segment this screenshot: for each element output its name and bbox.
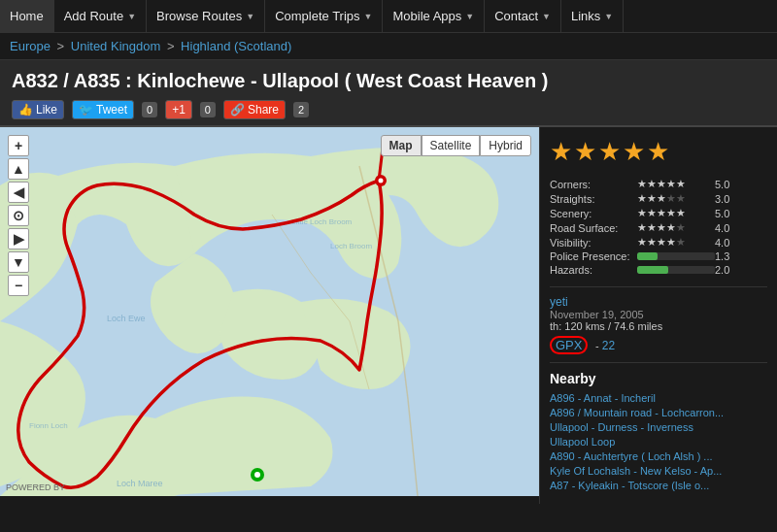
pan-left-button[interactable]: ◀ [8, 182, 29, 203]
pan-right-button[interactable]: ▶ [8, 228, 29, 249]
map-type-map[interactable]: Map [381, 135, 422, 156]
star-2: ★ [574, 137, 596, 167]
share-button[interactable]: 🔗 Share [223, 100, 286, 119]
main-content: Loch Ewe Fionn Loch Loch Maree Little Lo… [0, 127, 777, 504]
rating-police: Police Presence: 1.3 [550, 249, 767, 263]
zoom-in-button[interactable]: + [8, 135, 29, 156]
rating-hazards: Hazards: 2.0 [550, 263, 767, 277]
star-3: ★ [598, 137, 621, 167]
share-count: 2 [293, 102, 309, 117]
rating-scenery: Scenery: ★★★★★ 5.0 [550, 206, 767, 220]
nav-complete-trips-label: Complete Trips [275, 9, 359, 23]
map-type-buttons: Map Satellite Hybrid [381, 135, 531, 156]
nav-add-route[interactable]: Add Route ▼ [54, 0, 147, 32]
gplus-button[interactable]: +1 [165, 100, 192, 119]
nearby-link-4[interactable]: Ullapool Loop [550, 436, 767, 448]
gplus-count: 0 [200, 102, 216, 117]
svg-point-7 [254, 472, 260, 478]
breadcrumb-europe[interactable]: Europe [10, 39, 51, 53]
nearby-link-2[interactable]: A896 / Mountain road - Lochcarron... [550, 407, 767, 418]
nav-contact[interactable]: Contact ▼ [485, 0, 561, 32]
nearby-link-1[interactable]: A896 - Annat - Incheril [550, 392, 767, 404]
page-title: A832 / A835 : Kinlochewe - Ullapool ( We… [12, 70, 765, 92]
nearby-link-5[interactable]: A890 - Auchtertyre ( Loch Alsh ) ... [550, 450, 767, 462]
nearby-section: Nearby A896 - Annat - Incheril A896 / Mo… [550, 362, 767, 491]
nav-contact-label: Contact [494, 9, 538, 23]
svg-point-9 [379, 179, 384, 183]
breadcrumb-uk[interactable]: United Kingdom [71, 39, 161, 53]
chevron-down-icon: ▼ [465, 12, 474, 21]
nav-mobile-apps-label: Mobile Apps [392, 9, 461, 23]
nav-complete-trips[interactable]: Complete Trips ▼ [265, 0, 383, 32]
like-button[interactable]: 👍 Like [12, 100, 64, 119]
star-1: ★ [550, 137, 572, 167]
rating-corners: Corners: ★★★★★ 5.0 [550, 177, 767, 191]
overall-stars: ★ ★ ★ ★ ★ [550, 137, 767, 167]
ratings-table: Corners: ★★★★★ 5.0 Straights: ★★★★★ 3.0 … [550, 177, 767, 277]
social-bar: 👍 Like 🐦 Tweet 0 +1 0 🔗 Share 2 [12, 100, 765, 119]
nav-browse-routes[interactable]: Browse Routes ▼ [147, 0, 265, 32]
nearby-link-7[interactable]: A87 - Kyleakin - Totscore (Isle o... [550, 480, 767, 491]
nav-add-route-label: Add Route [64, 9, 123, 23]
svg-text:Fionn Loch: Fionn Loch [29, 421, 68, 430]
nearby-link-6[interactable]: Kyle Of Lochalsh - New Kelso - Ap... [550, 465, 767, 477]
breadcrumb-highland[interactable]: Highland (Scotland) [181, 39, 291, 53]
chevron-down-icon: ▼ [127, 12, 136, 21]
twitter-icon: 🐦 [79, 103, 93, 116]
map-controls: + ▲ ◀ ⊙ ▶ ▼ − [8, 135, 29, 296]
powered-by-label: POWERED BY [6, 482, 65, 492]
breadcrumb: Europe > United Kingdom > Highland (Scot… [0, 33, 777, 60]
svg-text:Loch Maree: Loch Maree [117, 479, 163, 488]
like-icon: 👍 [18, 103, 33, 116]
chevron-down-icon: ▼ [604, 12, 613, 21]
date-info: November 19, 2005 [550, 309, 767, 320]
map-type-satellite[interactable]: Satellite [422, 135, 481, 156]
chevron-down-icon: ▼ [246, 12, 254, 21]
pan-down-button[interactable]: ▼ [8, 251, 29, 273]
nav-mobile-apps[interactable]: Mobile Apps ▼ [383, 0, 485, 32]
rating-visibility: Visibility: ★★★★★ 4.0 [550, 235, 767, 249]
username[interactable]: yeti [550, 295, 767, 309]
gpx-extra: - [595, 340, 602, 351]
star-4: ★ [623, 137, 645, 167]
chevron-down-icon: ▼ [364, 12, 373, 21]
nav-links[interactable]: Links ▼ [561, 0, 624, 32]
navbar: Home Add Route ▼ Browse Routes ▼ Complet… [0, 0, 777, 33]
gpx-link[interactable]: GPX [550, 336, 588, 354]
title-bar: A832 / A835 : Kinlochewe - Ullapool ( We… [0, 60, 777, 127]
user-section: yeti November 19, 2005 th: 120 kms / 74.… [550, 286, 767, 354]
nearby-link-3[interactable]: Ullapool - Durness - Inverness [550, 421, 767, 433]
nav-browse-routes-label: Browse Routes [156, 9, 242, 23]
map-type-hybrid[interactable]: Hybrid [480, 135, 531, 156]
distance-info: th: 120 kms / 74.6 miles [550, 320, 767, 332]
map-container[interactable]: Loch Ewe Fionn Loch Loch Maree Little Lo… [0, 127, 539, 496]
pan-up-button[interactable]: ▲ [8, 158, 29, 180]
star-5-half: ★ [647, 137, 669, 167]
zoom-out-button[interactable]: − [8, 275, 29, 296]
nav-links-label: Links [571, 9, 600, 23]
pan-center-button[interactable]: ⊙ [8, 205, 29, 226]
chevron-down-icon: ▼ [542, 12, 551, 21]
gpx-count: 22 [602, 339, 615, 352]
share-icon: 🔗 [230, 103, 245, 116]
rating-straights: Straights: ★★★★★ 3.0 [550, 191, 767, 206]
nav-home[interactable]: Home [0, 0, 54, 32]
nearby-title: Nearby [550, 371, 767, 386]
svg-text:Loch Ewe: Loch Ewe [107, 314, 146, 323]
nav-home-label: Home [10, 9, 44, 23]
svg-text:Loch Broom: Loch Broom [330, 242, 372, 250]
tweet-count: 0 [142, 102, 157, 117]
rating-road-surface: Road Surface: ★★★★★ 4.0 [550, 220, 767, 235]
tweet-button[interactable]: 🐦 Tweet [72, 100, 134, 119]
sidebar: ★ ★ ★ ★ ★ Corners: ★★★★★ 5.0 Straights: … [539, 127, 777, 504]
